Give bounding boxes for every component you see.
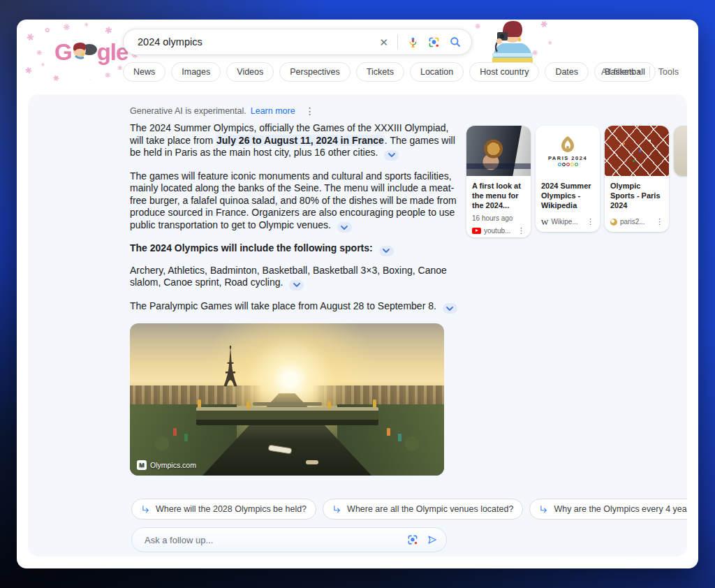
card-title: Olympic Sports - Paris 2024 <box>605 176 669 210</box>
card-menu-icon[interactable]: ⋮ <box>656 217 663 226</box>
followup-chip-4years[interactable]: Why are the Olympics every 4 years? <box>529 499 687 520</box>
expand-chevron-button[interactable] <box>289 280 304 291</box>
card-source-label: youtub... <box>484 227 510 235</box>
blossom-decoration: · <box>89 77 91 83</box>
filter-tab-videos[interactable]: Videos <box>226 62 274 82</box>
highlighted-dates: July 26 to August 11, 2024 in France <box>216 135 385 146</box>
blossom-decoration: ∗ <box>40 61 45 68</box>
card-source-row: youtub... ⋮ <box>466 222 531 237</box>
followup-input[interactable] <box>145 535 399 545</box>
followup-input-bar[interactable] <box>131 527 447 552</box>
chevron-down-icon: ▾ <box>637 68 641 75</box>
banner-flag <box>173 428 177 436</box>
source-card-paris2024[interactable]: Olympic Sports - Paris 2024 paris2... ⋮ <box>605 126 669 232</box>
ai-answer: The 2024 Summer Olympics, officially the… <box>130 122 464 476</box>
card-source-label: paris2... <box>620 218 645 226</box>
card-thumbnail-athletics-track <box>605 126 669 176</box>
source-card-wikipedia[interactable]: PARIS 2024 2024 Summer Olympics - Wikipe… <box>536 126 600 232</box>
followup-row: Where will the 2028 Olympics be held? Wh… <box>131 498 681 520</box>
lens-icon[interactable] <box>407 534 418 545</box>
source-card-youtube[interactable]: A first look at the menu for the 2024...… <box>466 126 531 237</box>
subdirectory-arrow-icon <box>332 504 342 514</box>
send-icon[interactable] <box>427 534 438 545</box>
all-filters-button[interactable]: All filters ▾ <box>601 67 641 77</box>
search-tools: All filters ▾ Tools <box>601 66 679 78</box>
subdirectory-arrow-icon <box>141 504 151 514</box>
sports-heading: The 2024 Olympics will include the follo… <box>130 242 464 256</box>
followup-chip-venues[interactable]: Where are all the Olympic venues located… <box>323 499 523 520</box>
divider <box>649 66 650 78</box>
filter-tabs: News Images Videos Perspectives Tickets … <box>123 62 656 82</box>
card-thumbnail-burger <box>466 126 531 176</box>
olympics-logo-icon: M <box>137 460 147 470</box>
clear-icon[interactable]: ✕ <box>379 37 388 47</box>
paris2024-emblem-icon <box>559 135 577 154</box>
eiffel-tower-silhouette <box>218 346 243 397</box>
filter-tab-tickets[interactable]: Tickets <box>356 62 404 82</box>
search-bar-icons: ✕ <box>379 35 462 49</box>
blossom-decoration: ∗ <box>84 21 89 28</box>
filter-tab-news[interactable]: News <box>123 62 165 82</box>
blossom-decoration: ✱ <box>104 24 113 36</box>
hero-image-paris-seine[interactable]: M Olympics.com <box>130 323 444 476</box>
google-lens-icon[interactable] <box>428 36 440 48</box>
card-source-row: W Wikipe... ⋮ <box>536 213 600 232</box>
expand-chevron-button[interactable] <box>384 150 399 161</box>
blossom-decoration: ✱ <box>52 73 61 84</box>
thumbnail-caption-bar <box>466 163 531 169</box>
followup-chip-label: Where are all the Olympic venues located… <box>347 504 513 514</box>
learn-more-link[interactable]: Learn more <box>251 106 295 116</box>
card-title: A first look at the menu for the 2024... <box>466 176 531 210</box>
desktop-background: ✱ ❋ ✱ ✿ ❋ ∗ ✱ ✿ ❋ ❀ ✱ · ❋ ∗ G <box>0 0 715 588</box>
filter-tab-host-country[interactable]: Host country <box>469 62 539 82</box>
followup-chip-label: Why are the Olympics every 4 years? <box>554 504 687 514</box>
card-timestamp: 16 hours ago <box>466 210 531 222</box>
followup-chip-2028[interactable]: Where will the 2028 Olympics be held? <box>131 499 316 520</box>
card-thumbnail-paris2024-logo: PARIS 2024 <box>536 126 600 176</box>
answer-paragraph-1: The 2024 Summer Olympics, officially the… <box>130 122 464 161</box>
banner-flag <box>398 434 401 441</box>
paris2024-icon <box>610 219 617 226</box>
partially-visible-card[interactable] <box>674 126 687 176</box>
divider <box>397 35 398 49</box>
filter-tab-perspectives[interactable]: Perspectives <box>279 62 351 82</box>
blossom-decoration: ❋ <box>36 49 42 57</box>
tools-button[interactable]: Tools <box>658 67 679 77</box>
card-menu-icon[interactable]: ⋮ <box>517 226 525 235</box>
expand-chevron-button[interactable] <box>337 222 352 233</box>
blossom-decoration: ❋ <box>105 71 110 79</box>
filter-tab-dates[interactable]: Dates <box>545 62 589 82</box>
card-menu-icon[interactable]: ⋮ <box>587 217 594 226</box>
bridge <box>196 407 378 425</box>
doodle-head-icon <box>70 39 99 66</box>
expand-chevron-button[interactable] <box>443 303 457 314</box>
genai-disclaimer: Generative AI is experimental. <box>130 106 246 116</box>
paralympics-line: The Paralympic Games will take place fro… <box>130 300 464 314</box>
banner-flag <box>387 428 390 436</box>
sports-list: Archery, Athletics, Badminton, Basketbal… <box>130 265 464 291</box>
answer-paragraph-2: The games will feature iconic monuments … <box>130 170 464 233</box>
city-skyline-right <box>312 385 444 405</box>
all-filters-label: All filters <box>601 67 634 77</box>
answer-text: The games will feature iconic monuments … <box>130 170 457 230</box>
filter-tab-images[interactable]: Images <box>171 62 221 82</box>
card-source-label: Wikipe... <box>551 218 577 226</box>
blossom-decoration: ✱ <box>25 31 36 44</box>
youtube-icon <box>472 228 481 234</box>
blossom-decoration: ∗ <box>547 39 553 46</box>
card-title: 2024 Summer Olympics - Wikipedia <box>536 176 600 210</box>
more-options-icon[interactable]: ⋮ <box>305 105 315 117</box>
search-input[interactable]: 2024 olympics <box>138 36 379 47</box>
logo-text: G gle <box>54 39 128 66</box>
gold-statues <box>198 399 201 408</box>
search-bar[interactable]: 2024 olympics ✕ <box>123 29 472 55</box>
subdirectory-arrow-icon <box>539 504 549 514</box>
expand-chevron-button[interactable] <box>379 246 394 256</box>
paris2024-wordmark: PARIS 2024 <box>548 155 587 161</box>
blossom-decoration: ❋ <box>61 21 72 33</box>
followup-chip-label: Where will the 2028 Olympics be held? <box>156 504 307 514</box>
image-attribution: M Olympics.com <box>137 460 196 470</box>
mic-icon[interactable] <box>407 36 419 48</box>
filter-tab-location[interactable]: Location <box>410 62 464 82</box>
search-submit-icon[interactable] <box>449 36 462 48</box>
